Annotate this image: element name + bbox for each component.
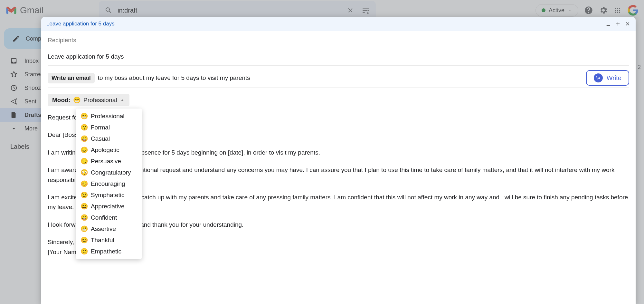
mood-option-empathetic[interactable]: 😕Empathetic: [76, 246, 142, 257]
write-button-label: Write: [607, 74, 621, 82]
emoji-icon: 😄: [80, 135, 88, 142]
write-chip: Write an email: [48, 73, 95, 83]
emoji-icon: 😄: [80, 214, 88, 221]
mood-option-sympathetic[interactable]: 😟Symphatetic: [76, 189, 142, 201]
collapse-icon[interactable]: [615, 21, 621, 27]
close-icon[interactable]: [625, 21, 630, 27]
mood-option-persuasive[interactable]: 😏Persuasive: [76, 156, 142, 167]
dialog-header: Leave application for 5 days: [41, 17, 636, 31]
emoji-icon: 😊: [80, 236, 88, 244]
mood-option-assertive[interactable]: 😬Assertive: [76, 223, 142, 234]
mood-selected: Professional: [83, 97, 117, 104]
emoji-icon: 😗: [80, 124, 88, 131]
emoji-icon: 😕: [80, 248, 88, 255]
emoji-icon: 😟: [80, 191, 88, 199]
mood-selector: Mood: 😁 Professional 😁Professional 😗Form…: [48, 94, 129, 106]
emoji-icon: 😏: [80, 157, 88, 165]
emoji-icon: 😁: [73, 96, 81, 104]
emoji-icon: 😔: [80, 146, 88, 154]
mood-option-professional[interactable]: 😁Professional: [76, 110, 142, 122]
emoji-icon: 😄: [80, 203, 88, 210]
mood-option-casual[interactable]: 😄Casual: [76, 133, 142, 144]
recipients-field[interactable]: Recipients: [48, 31, 629, 48]
mood-option-encouraging[interactable]: 😊Encouraging: [76, 178, 142, 189]
dialog-title: Leave application for 5 days: [46, 21, 115, 27]
minimize-icon[interactable]: [605, 21, 611, 27]
magic-wand-icon: [594, 73, 603, 82]
mood-option-apologetic[interactable]: 😔Apologetic: [76, 144, 142, 156]
mood-option-confident[interactable]: 😄Confident: [76, 212, 142, 223]
emoji-icon: 😁: [80, 112, 88, 120]
chevron-up-icon: [120, 98, 125, 103]
mood-label: Mood:: [52, 97, 71, 104]
mood-option-thankful[interactable]: 😊Thankful: [76, 234, 142, 246]
emoji-icon: 😬: [80, 225, 88, 233]
emoji-icon: 😳: [80, 169, 88, 176]
emoji-icon: 😊: [80, 180, 88, 187]
ai-write-row: Write an email to my boss about my leave…: [48, 66, 629, 88]
mood-option-congratulatory[interactable]: 😳Congratulatory: [76, 167, 142, 178]
mood-trigger[interactable]: Mood: 😁 Professional: [48, 94, 129, 106]
write-button[interactable]: Write: [586, 70, 629, 86]
mood-option-formal[interactable]: 😗Formal: [76, 122, 142, 133]
compose-dialog: Leave application for 5 days Recipients …: [41, 17, 636, 304]
mood-dropdown: 😁Professional 😗Formal 😄Casual 😔Apologeti…: [76, 109, 142, 259]
mood-option-appreciative[interactable]: 😄Appreciative: [76, 201, 142, 212]
subject-field[interactable]: Leave application for 5 days: [48, 48, 629, 66]
write-prompt-input[interactable]: to my boss about my leave for 5 days to …: [98, 74, 250, 81]
